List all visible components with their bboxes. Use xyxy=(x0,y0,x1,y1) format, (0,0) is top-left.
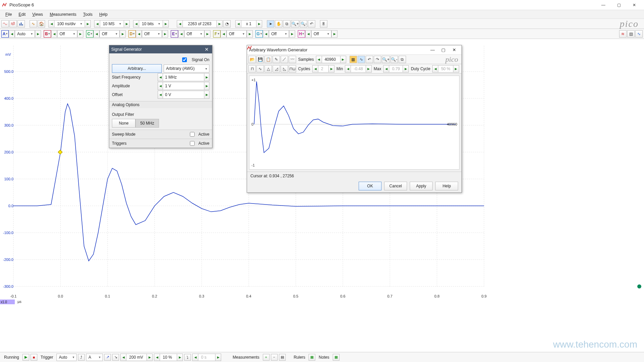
channel-B-button[interactable]: B xyxy=(44,30,51,38)
siggen-amplitude-spinner[interactable]: 1 V xyxy=(158,82,209,90)
awg-cancel-button[interactable]: Cancel xyxy=(384,182,407,190)
awg-save-icon[interactable]: 💾 xyxy=(256,56,264,63)
filter-none-button[interactable]: None xyxy=(112,119,135,128)
duty-spinner[interactable]: 50 % xyxy=(432,65,459,73)
signal-generator-dialog[interactable]: Signal Generator ✕ Signal On Arbitrary..… xyxy=(109,45,212,148)
max-spinner[interactable]: 0.79 xyxy=(383,65,409,73)
awg-copy-icon[interactable]: 📋 xyxy=(265,56,272,63)
channel-D-button[interactable]: D xyxy=(128,30,136,38)
channel-A-range[interactable]: Auto xyxy=(15,30,35,38)
close-button[interactable]: ✕ xyxy=(627,0,642,10)
trigger-rising-icon[interactable]: ↗ xyxy=(104,354,111,361)
channel-E-next[interactable] xyxy=(204,30,210,38)
buffer-nav[interactable]: 2263 of 2263 xyxy=(177,20,223,28)
awg-line-icon[interactable]: ／ xyxy=(281,56,288,63)
cycles-spinner[interactable]: 2 xyxy=(312,65,334,73)
channel-C-prev[interactable] xyxy=(93,30,99,38)
siggen-close-icon[interactable]: ✕ xyxy=(203,47,210,52)
awg-normalize-icon[interactable]: ∿ xyxy=(358,56,365,63)
measurement-add-icon[interactable]: ＋ xyxy=(263,354,270,361)
siggen-start-frequency-spinner[interactable]: 1 MHz xyxy=(158,73,209,81)
channel-D-range[interactable]: Off xyxy=(142,30,162,38)
siggen-titlebar[interactable]: Signal Generator ✕ xyxy=(109,45,212,53)
settings-icon[interactable]: 🎚 xyxy=(320,20,327,28)
menu-views[interactable]: Views xyxy=(29,11,46,18)
channel-G-button[interactable]: G xyxy=(255,30,263,38)
samples-spinner[interactable]: 10 MS xyxy=(94,20,130,28)
channel-E-prev[interactable] xyxy=(178,30,184,38)
wave-rampup-icon[interactable]: ◿ xyxy=(273,65,280,73)
home-icon[interactable]: 🏠 xyxy=(38,20,45,28)
trigger-edge-icon[interactable]: ⤴ xyxy=(78,354,85,361)
scope-mode-icon[interactable] xyxy=(1,20,9,28)
minimize-button[interactable]: ― xyxy=(596,0,611,10)
awg-undo-icon[interactable]: ↶ xyxy=(366,56,373,63)
menu-measurements[interactable]: Measurements xyxy=(46,11,80,18)
channel-D-prev[interactable] xyxy=(136,30,142,38)
channel-G-next[interactable] xyxy=(289,30,295,38)
wave-sine-icon[interactable]: ∿ xyxy=(256,65,264,73)
awg-dialog[interactable]: Arbitrary Waveform Generator ― ▢ ✕ 📂 💾 📋… xyxy=(247,45,462,193)
channel-A-prev[interactable] xyxy=(9,30,15,38)
channel-G-range[interactable]: Off xyxy=(269,30,289,38)
channel-B-next[interactable] xyxy=(77,30,83,38)
awg-freehand-icon[interactable]: 〰 xyxy=(289,56,296,63)
triggers-active-checkbox[interactable] xyxy=(190,141,195,146)
min-spinner[interactable]: -0.48 xyxy=(345,65,371,73)
arbitrary-button[interactable]: Arbitrary... xyxy=(112,64,162,73)
channel-H-range[interactable]: Off xyxy=(311,30,331,38)
channel-C-button[interactable]: C xyxy=(86,30,93,38)
buffer-clock-icon[interactable]: ◔ xyxy=(223,20,231,28)
channel-E-button[interactable]: E xyxy=(171,30,178,38)
awg-ok-button[interactable]: OK xyxy=(359,182,381,190)
hand-tool-icon[interactable] xyxy=(275,20,282,28)
awg-draw-icon[interactable]: ✎ xyxy=(273,56,280,63)
wave-rampdown-icon[interactable]: ◺ xyxy=(281,65,288,73)
zoom-out-icon[interactable]: 🔍- xyxy=(300,20,307,28)
reference-channel-icon[interactable]: ▤ xyxy=(627,30,635,38)
awg-open-icon[interactable]: 📂 xyxy=(248,56,256,63)
timebase-spinner[interactable]: 100 ns/div xyxy=(48,20,91,28)
awg-zoomout-icon[interactable]: 🔍- xyxy=(391,56,398,63)
channel-D-next[interactable] xyxy=(162,30,168,38)
undo-zoom-icon[interactable]: ↶ xyxy=(308,20,315,28)
channel-G-prev[interactable] xyxy=(263,30,269,38)
stop-button[interactable]: ■ xyxy=(31,354,37,361)
pretrigger-spinner[interactable]: 0 s xyxy=(192,354,221,361)
pointer-tool-icon[interactable]: ➤ xyxy=(267,20,274,28)
signal-on-checkbox[interactable] xyxy=(182,57,187,62)
persistence-mode-icon[interactable] xyxy=(9,20,17,28)
siggen-offset-spinner[interactable]: 0 V xyxy=(158,91,209,99)
awg-maximize-button[interactable]: ▢ xyxy=(438,45,449,55)
channel-B-range[interactable]: Off xyxy=(57,30,77,38)
trigger-source-select[interactable]: A xyxy=(86,354,103,361)
xy-mode-icon[interactable]: ∿ xyxy=(635,30,643,38)
rulers-icon[interactable]: ▦ xyxy=(309,354,315,361)
zoom-area-icon[interactable]: ⧉ xyxy=(283,20,290,28)
awg-redo-icon[interactable]: ↷ xyxy=(374,56,381,63)
channel-E-range[interactable]: Off xyxy=(184,30,204,38)
awg-titlebar[interactable]: Arbitrary Waveform Generator ― ▢ ✕ xyxy=(247,45,461,55)
menu-help[interactable]: Help xyxy=(96,11,111,18)
menu-tools[interactable]: Tools xyxy=(80,11,96,18)
wave-triangle-icon[interactable]: △ xyxy=(265,65,272,73)
wave-pulse-icon[interactable]: ⊓⊔ xyxy=(289,65,296,73)
channel-C-next[interactable] xyxy=(120,30,126,38)
resolution-spinner[interactable]: 10 bits xyxy=(133,20,169,28)
trigger-mode-select[interactable]: Auto xyxy=(56,354,77,361)
trigger-falling-icon[interactable]: ↘ xyxy=(112,354,119,361)
spectrum-mode-icon[interactable] xyxy=(17,20,25,28)
run-button[interactable]: ▶ xyxy=(23,354,29,361)
zoom-spinner[interactable]: x 1 xyxy=(235,20,262,28)
filter-50mhz-button[interactable]: 50 MHz xyxy=(135,119,159,128)
channel-H-button[interactable]: H xyxy=(298,30,305,38)
trigger-opts-icon[interactable]: ⤵ xyxy=(184,354,191,361)
awg-zoomin-icon[interactable]: 🔍+ xyxy=(382,56,390,63)
trigger-level-marker[interactable] xyxy=(637,284,641,288)
samples-spinner[interactable]: 40960 xyxy=(316,56,346,63)
channel-H-next[interactable] xyxy=(331,30,337,38)
measurement-list-icon[interactable]: ▤ xyxy=(279,354,286,361)
channel-A-button[interactable]: A xyxy=(1,30,9,38)
awg-zoomfit-icon[interactable]: ⧉ xyxy=(399,56,406,63)
channel-F-prev[interactable] xyxy=(220,30,227,38)
